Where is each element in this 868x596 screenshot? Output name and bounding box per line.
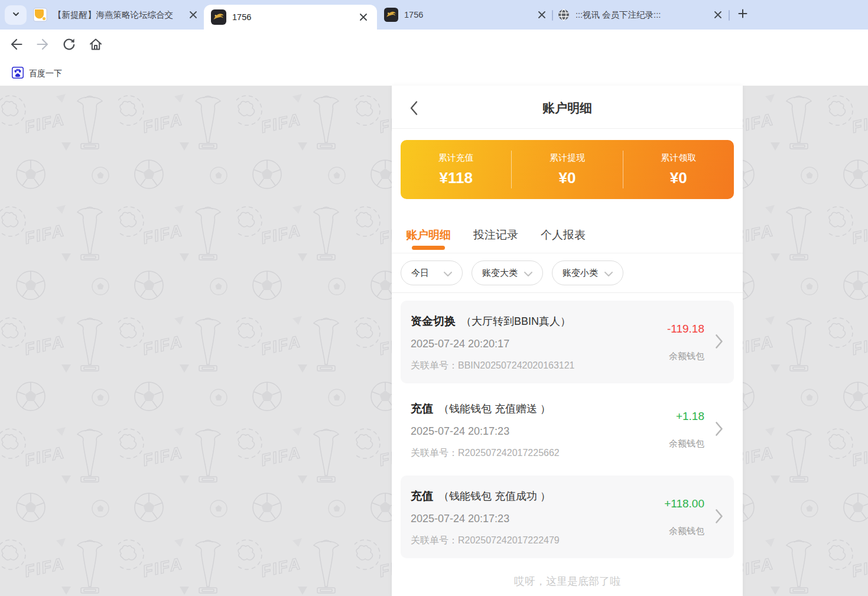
transaction-type: 充值	[411, 402, 433, 415]
tab-personal-report[interactable]: 个人报表	[541, 217, 586, 253]
tab-label: 账户明细	[406, 227, 451, 243]
back-arrow-icon	[9, 37, 24, 54]
browser-toolbar: 175616.cc/reports/index	[0, 30, 868, 61]
tab-title: 1756	[404, 10, 531, 19]
transaction-type: 充值	[411, 490, 433, 502]
site-favicon-icon	[384, 8, 398, 22]
close-icon[interactable]	[535, 8, 548, 21]
summary-label: 累计领取	[623, 152, 734, 164]
filter-label: 今日	[411, 268, 429, 279]
tab-separator	[729, 10, 730, 21]
transaction-wallet: 余额钱包	[669, 351, 704, 362]
report-tabs: 账户明细 投注记录 个人报表	[392, 217, 743, 253]
tab-separator	[552, 10, 553, 21]
tab-title: 【新提醒】海燕策略论坛综合交	[53, 9, 182, 21]
transaction-amount: -119.18	[667, 323, 704, 336]
summary-label: 累计充值	[401, 152, 511, 164]
tab-strip: 【新提醒】海燕策略论坛综合交 1756	[0, 0, 868, 30]
tab-search-button[interactable]	[5, 5, 27, 25]
transaction-row[interactable]: 充值（钱能钱包 充值成功 ） 2025-07-24 20:17:23 关联单号：…	[401, 476, 734, 558]
home-button[interactable]	[87, 37, 104, 54]
tab-bet-records[interactable]: 投注记录	[473, 217, 518, 253]
transaction-order-no: 关联单号：R202507242017225662	[411, 447, 560, 460]
active-tab-underline	[412, 246, 445, 250]
chevron-down-icon	[11, 9, 21, 21]
transaction-list: 资金切换（大厅转到BBIN真人） 2025-07-24 20:20:17 关联单…	[392, 293, 743, 558]
transaction-wallet: 余额钱包	[669, 438, 704, 450]
transaction-time: 2025-07-24 20:20:17	[411, 338, 509, 350]
tab-1756[interactable]: 1756	[384, 0, 548, 30]
summary-claimed: 累计领取 ¥0	[623, 152, 734, 187]
close-icon[interactable]	[711, 8, 724, 21]
filter-row: 今日 账变大类 账变小类	[392, 253, 743, 293]
tab-label: 个人报表	[541, 227, 586, 243]
transaction-desc: （钱能钱包 充值赠送 ）	[438, 403, 551, 415]
transaction-time: 2025-07-24 20:17:23	[411, 425, 509, 438]
summary-label: 累计提现	[512, 152, 622, 164]
transaction-order-no: 关联单号：BBIN202507242020163121	[411, 360, 575, 372]
bookmark-label: 百度一下	[29, 69, 62, 79]
chevron-down-icon	[604, 268, 613, 278]
globe-icon	[558, 9, 570, 21]
chevron-right-icon[interactable]	[715, 509, 723, 524]
close-icon[interactable]	[357, 11, 370, 24]
back-button[interactable]	[8, 37, 25, 54]
transaction-type: 资金切换	[411, 315, 456, 327]
transaction-amount: +1.18	[676, 410, 704, 423]
tab-active-1756[interactable]: 1756	[204, 5, 377, 30]
transaction-amount: +118.00	[664, 497, 704, 510]
summary-recharge: 累计充值 ¥118	[401, 152, 511, 187]
chevron-down-icon	[524, 268, 532, 278]
filter-major-category-dropdown[interactable]: 账变大类	[472, 260, 543, 285]
panel-header: 账户明细	[392, 86, 743, 129]
tab-title: :::视讯 会员下注纪录:::	[576, 9, 707, 21]
chevron-down-icon	[444, 268, 452, 278]
filter-label: 账变大类	[482, 268, 518, 279]
transaction-row[interactable]: 充值（钱能钱包 充值赠送 ） 2025-07-24 20:17:23 关联单号：…	[401, 388, 734, 471]
tab-label: 投注记录	[473, 227, 518, 243]
transaction-desc: （钱能钱包 充值成功 ）	[438, 490, 551, 502]
browser-window: 【新提醒】海燕策略论坛综合交 1756	[0, 0, 868, 596]
new-tab-button[interactable]	[734, 6, 751, 23]
summary-value: ¥118	[401, 169, 511, 187]
baidu-paw-icon	[12, 67, 24, 81]
end-of-list-text: 哎呀，这里是底部了啦	[392, 574, 743, 588]
transaction-wallet: 余额钱包	[669, 526, 704, 537]
transaction-order-no: 关联单号：R202507242017222479	[411, 535, 560, 547]
summary-value: ¥0	[623, 169, 734, 187]
bookmark-baidu[interactable]: 百度一下	[8, 64, 66, 83]
summary-value: ¥0	[512, 169, 622, 187]
tab-title: 1756	[232, 12, 352, 22]
chevron-right-icon[interactable]	[715, 421, 723, 437]
page-content: FIFA	[0, 86, 868, 596]
summary-withdraw: 累计提现 ¥0	[512, 152, 622, 187]
plus-icon	[738, 9, 747, 21]
filter-label: 账变小类	[563, 268, 598, 279]
forum-favicon-icon	[33, 8, 47, 22]
filter-minor-category-dropdown[interactable]: 账变小类	[552, 260, 623, 285]
transaction-time: 2025-07-24 20:17:23	[411, 513, 509, 525]
close-icon[interactable]	[187, 8, 200, 21]
page-title: 账户明细	[392, 100, 743, 116]
forward-button[interactable]	[34, 37, 51, 54]
filter-date-dropdown[interactable]: 今日	[401, 260, 463, 285]
tab-forum[interactable]: 【新提醒】海燕策略论坛综合交	[33, 0, 200, 30]
tab-account-detail[interactable]: 账户明细	[406, 217, 451, 253]
site-favicon-icon	[211, 9, 226, 25]
reload-icon	[61, 37, 77, 54]
bookmarks-bar: 百度一下	[0, 61, 868, 86]
account-detail-panel: 账户明细 累计充值 ¥118 累计提现 ¥0 累计领取 ¥0	[392, 86, 743, 596]
transaction-desc: （大厅转到BBIN真人）	[461, 315, 571, 327]
tab-video-records[interactable]: :::视讯 会员下注纪录:::	[558, 0, 724, 30]
reload-button[interactable]	[61, 37, 77, 54]
forward-arrow-icon	[35, 37, 50, 54]
transaction-row[interactable]: 资金切换（大厅转到BBIN真人） 2025-07-24 20:20:17 关联单…	[401, 301, 734, 383]
home-icon	[88, 37, 103, 54]
summary-card: 累计充值 ¥118 累计提现 ¥0 累计领取 ¥0	[401, 140, 734, 199]
chevron-right-icon[interactable]	[715, 334, 723, 349]
